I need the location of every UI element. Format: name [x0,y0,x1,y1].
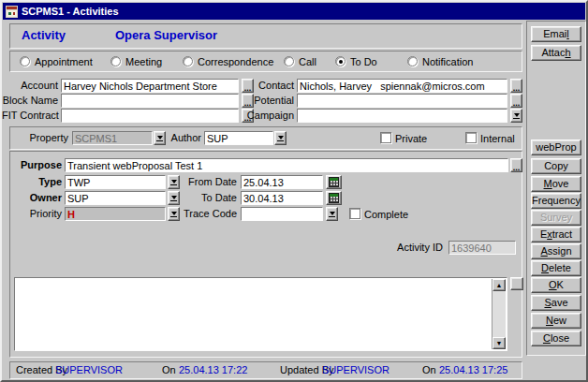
private-label: Private [395,132,427,145]
account-input[interactable] [61,79,239,93]
purpose-input[interactable] [65,158,508,172]
scroll-down-button[interactable]: ▼ [492,337,506,349]
private-checkbox[interactable] [380,132,391,143]
ellipsis-icon: ... [513,100,521,106]
from-date-label: From Date [179,175,237,189]
frequency-button[interactable]: Frequency [531,193,581,209]
dropdown-icon [277,136,284,141]
from-date-input[interactable] [241,175,323,189]
created-on-value: 25.04.13 17:22 [179,362,247,378]
radio-correspondence[interactable]: Correspondence [183,55,273,67]
updated-on-value: 25.04.13 17:25 [439,362,507,378]
calendar-icon [329,193,339,203]
updated-by-value: SUPERVISOR [322,362,390,378]
radio-label: To Do [350,56,377,67]
dropdown-icon [170,196,177,201]
radio-label: Notification [422,56,473,67]
move-button[interactable]: Move [531,176,581,192]
new-button[interactable]: New [531,313,581,329]
notes-scrollbar[interactable]: ▲ ▼ [492,279,506,349]
save-button[interactable]: Save [531,295,581,311]
from-date-calendar-button[interactable] [326,175,342,189]
purpose-lov-button[interactable]: ... [510,158,522,172]
potential-input[interactable] [297,94,507,108]
attach-button[interactable]: Attach [531,45,581,61]
campaign-label: Campaign [217,109,294,123]
author-dropdown-button[interactable] [274,131,287,145]
author-input[interactable] [204,131,273,145]
owner-label: Owner [10,191,62,205]
radio-label: Meeting [125,56,162,67]
to-date-input[interactable] [241,191,323,205]
activity-id-label: Activity ID [331,241,443,255]
radio-label: Call [299,56,316,67]
scroll-up-button[interactable]: ▲ [492,279,506,291]
dropdown-icon [170,212,177,217]
purpose-label: Purpose [10,158,62,172]
footer-panel: Created By SUPERVISOR On 25.04.13 17:22 … [9,361,522,379]
contact-label: Contact [217,79,294,93]
owner-input[interactable] [65,191,166,205]
radio-circle-icon [335,56,345,66]
created-on-label: On [162,362,176,378]
complete-label: Complete [364,208,408,221]
contact-lov-button[interactable]: ... [510,79,522,93]
radio-meeting[interactable]: Meeting [110,55,162,67]
trace-code-input[interactable] [241,207,323,221]
potential-lov-button[interactable]: ... [510,94,522,108]
notes-textarea[interactable]: ▲ ▼ [14,277,507,351]
survey-button: Survey [531,210,581,226]
to-date-calendar-button[interactable] [326,191,342,205]
radio-circle-icon [407,56,418,66]
fit-contract-input[interactable] [61,109,239,123]
radio-to-do[interactable]: To Do [335,55,377,67]
type-label: Type [10,175,62,189]
extract-button[interactable]: Extract [531,227,581,242]
to-date-label: To Date [179,191,237,205]
delete-button[interactable]: Delete [531,260,581,276]
ellipsis-icon: ... [513,165,521,170]
email-button[interactable]: Email [531,26,581,42]
radio-appointment[interactable]: Appointment [20,55,93,67]
header-panel: Activity Opera Supervisor [9,23,522,49]
created-by-value: SUPERVISOR [55,362,123,378]
titlebar[interactable]: SCPMS1 - Activities [3,3,585,20]
activity-type-group: AppointmentMeetingCorrespondenceCallTo D… [9,51,522,72]
trace-code-label: Trace Code [179,207,237,221]
author-label: Author [160,131,201,145]
account-label: Account [2,79,58,93]
activity-id-input [448,241,516,255]
radio-call[interactable]: Call [284,55,316,67]
webprop-button[interactable]: webProp [531,140,581,155]
internal-checkbox[interactable] [465,132,477,143]
updated-on-label: On [422,362,436,378]
dropdown-icon [170,180,177,185]
detail-panel: Purpose ... Type From Date Owner To Date… [9,151,522,358]
type-input[interactable] [65,175,166,189]
app-icon [6,6,18,18]
radio-circle-icon [110,56,121,66]
trace-code-dropdown-button[interactable] [326,207,338,221]
notes-expand-button[interactable] [510,277,523,290]
campaign-input[interactable] [297,109,507,123]
block-name-label: Block Name [2,94,58,108]
ok-button[interactable]: OK [531,277,581,293]
copy-button[interactable]: Copy [531,158,581,174]
complete-checkbox[interactable] [349,208,360,219]
property-label: Property [10,131,68,145]
campaign-dropdown-button[interactable] [510,109,522,123]
fit-contract-label: FIT Contract [2,109,58,123]
dropdown-icon [513,113,520,119]
close-button[interactable]: Close [531,331,581,346]
block-name-input[interactable] [61,94,239,108]
activities-window: SCPMS1 - Activities Activity Opera Super… [0,0,588,382]
radio-notification[interactable]: Notification [407,55,473,67]
assign-button[interactable]: Assign [531,243,581,259]
action-button-panel: EmailAttach webPropCopyMoveFrequencySurv… [526,21,586,356]
contact-input[interactable] [297,79,507,93]
dropdown-icon [329,212,335,217]
current-user: Opera Supervisor [115,28,217,42]
property-input [72,131,153,145]
radio-circle-icon [284,56,294,66]
calendar-icon [329,177,339,187]
